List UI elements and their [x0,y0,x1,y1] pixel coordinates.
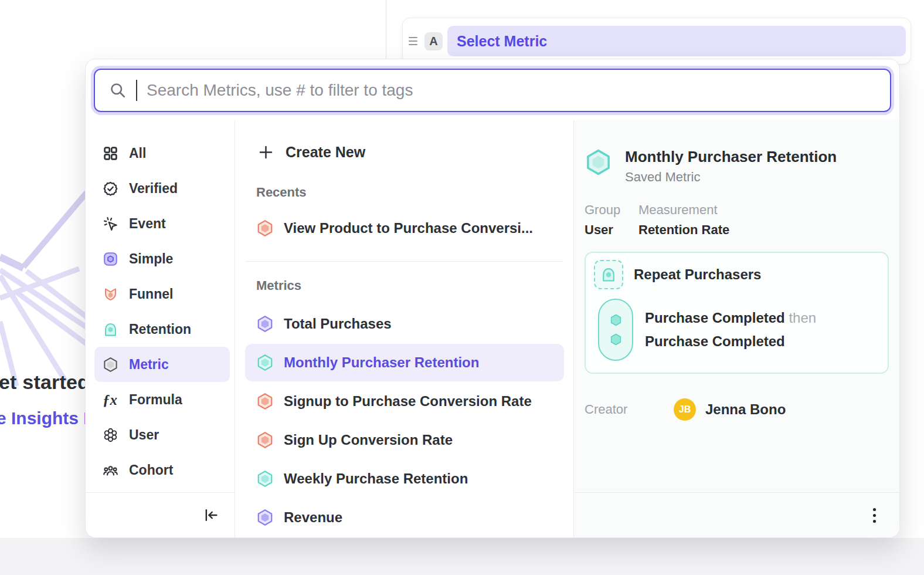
collapse-panel-icon[interactable] [203,507,219,523]
page-bottom-background [0,538,924,575]
measurement-meta: Measurement Retention Rate [638,202,729,238]
list-divider [246,261,563,262]
sidebar-item-retention[interactable]: Retention [94,312,230,347]
sidebar-item-label: Metric [129,357,169,373]
group-meta: Group User [585,202,623,238]
plus-icon [258,144,274,160]
metric-item-total-purchases[interactable]: Total Purchases [245,305,564,343]
funnel-metric-icon [103,286,118,302]
behavior-card: Repeat Purchasers Purchase Completed the… [585,252,889,374]
sidebar-item-simple[interactable]: Simple [94,241,230,276]
cursor-click-icon [103,216,118,232]
grid-icon [103,146,118,161]
metric-item-label: Monthly Purchaser Retention [284,354,479,371]
metric-list-panel: Create New Recents View Product to Purch… [235,120,574,537]
cohort-people-icon [103,462,118,478]
background-line-illustration [0,188,88,399]
detail-subtitle: Saved Metric [625,170,837,185]
metric-hexagon-icon [103,357,118,373]
search-field[interactable] [94,69,891,112]
search-icon [109,82,127,99]
series-a-badge: A [424,32,443,50]
group-label: Group [585,202,623,218]
sidebar-item-event[interactable]: Event [94,206,230,241]
create-new-button[interactable]: Create New [245,136,564,168]
select-metric-button[interactable]: Select Metric [447,26,906,56]
sidebar-item-formula[interactable]: ƒx Formula [94,382,230,417]
sidebar-item-cohort[interactable]: Cohort [94,452,230,488]
simple-hexagon-icon [256,509,274,526]
group-value: User [585,222,623,238]
step-connector: then [789,310,816,326]
drag-handle-icon[interactable] [406,37,420,45]
recents-section-label: Recents [256,185,564,200]
metrics-section-label: Metrics [256,278,564,293]
sidebar-item-label: User [129,427,159,443]
step1-event: Purchase Completed [645,310,785,326]
metric-item-signup-to-purchase-conversion-rate[interactable]: Signup to Purchase Conversion Rate [245,383,564,420]
retention-metric-icon [103,322,118,337]
sidebar-item-metric[interactable]: Metric [94,347,230,382]
detail-title: Monthly Purchaser Retention [625,147,837,166]
metric-item-sign-up-conversion-rate[interactable]: Sign Up Conversion Rate [245,421,564,459]
background-headline-fragment: et started. [0,371,96,394]
measurement-value: Retention Rate [638,222,729,238]
sidebar-item-label: Simple [129,251,173,267]
metric-item-label: Revenue [284,509,342,526]
retention-arch-icon [600,266,617,283]
sidebar-item-label: Event [129,216,166,232]
behavior-icon-frame [594,260,623,289]
sidebar-item-user[interactable]: User [94,417,230,452]
measurement-label: Measurement [638,202,729,218]
select-metric-label: Select Metric [457,33,547,50]
create-new-label: Create New [286,144,365,161]
text-cursor [136,80,137,101]
metric-item-revenue[interactable]: Revenue [245,499,564,536]
verified-badge-icon [103,181,118,197]
metric-query-row: A Select Metric [402,18,911,65]
retention-hexagon-icon [256,470,274,488]
funnel-hexagon-icon [256,219,274,237]
sidebar-item-label: Verified [129,181,178,197]
retention-hexagon-icon [256,354,274,371]
sidebar-item-label: Retention [129,322,191,337]
more-options-icon[interactable] [871,506,878,525]
metric-item-monthly-purchaser-retention[interactable]: Monthly Purchaser Retention [245,344,564,381]
sidebar-footer [86,492,235,537]
sidebar-item-all[interactable]: All [94,136,230,171]
step2-event: Purchase Completed [645,333,785,349]
creator-name: Jenna Bono [705,401,786,418]
formula-icon: ƒx [103,392,118,408]
behavior-title: Repeat Purchasers [634,266,761,283]
search-input[interactable] [147,73,884,108]
metric-item-label: Total Purchases [284,316,392,332]
metric-item-label: Weekly Purchase Retention [284,471,468,487]
metric-item-label: Sign Up Conversion Rate [284,432,453,448]
sidebar-item-label: Funnel [129,286,173,302]
sidebar-item-label: Formula [129,392,182,408]
recent-item[interactable]: View Product to Purchase Conversi... [245,209,564,247]
funnel-hexagon-icon [256,393,274,410]
sidebar-item-label: All [129,146,146,161]
retention-hexagon-icon-large [585,148,612,176]
metric-item-weekly-purchase-retention[interactable]: Weekly Purchase Retention [245,460,564,498]
creator-label: Creator [585,402,674,417]
simple-hexagon-icon [256,315,274,333]
sidebar-item-verified[interactable]: Verified [94,171,230,206]
metric-detail-panel: Monthly Purchaser Retention Saved Metric… [574,120,899,537]
detail-footer [574,492,899,537]
filter-sidebar: All Verified [86,120,235,537]
steps-capsule-icon [598,299,633,361]
funnel-hexagon-icon [256,431,274,449]
sidebar-item-funnel[interactable]: Funnel [94,276,230,312]
simple-metric-icon [103,251,118,267]
metric-item-label: Signup to Purchase Conversion Rate [284,393,532,410]
recent-item-label: View Product to Purchase Conversi... [284,220,533,236]
sidebar-item-label: Cohort [129,462,173,478]
user-profile-icon [103,427,118,443]
creator-avatar: JB [674,398,696,421]
metric-picker-popup: All Verified [85,59,900,538]
